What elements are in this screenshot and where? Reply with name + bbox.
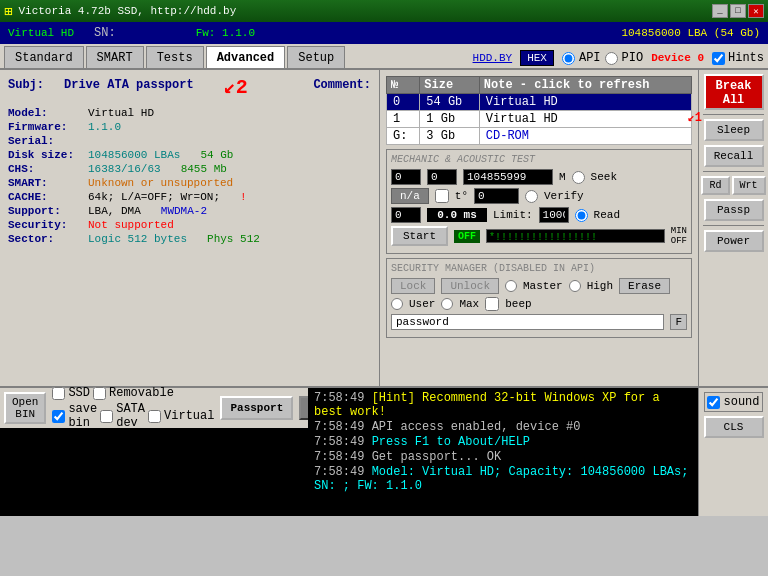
open-bin-button[interactable]: Open BIN bbox=[4, 392, 46, 424]
recall-button[interactable]: Recall bbox=[704, 145, 764, 167]
partition-row-g[interactable]: G: 3 Gb CD-ROM bbox=[387, 128, 692, 145]
cache-flag: ! bbox=[240, 191, 247, 203]
high-label: High bbox=[587, 280, 613, 292]
part-num-1: 1 bbox=[387, 111, 420, 128]
pio-label: PIO bbox=[622, 51, 644, 65]
tab-standard[interactable]: Standard bbox=[4, 46, 84, 68]
fw-label: Fw: 1.1.0 bbox=[196, 27, 255, 39]
support-dma: MWDMA-2 bbox=[161, 205, 207, 217]
start-button[interactable]: Start bbox=[391, 226, 448, 246]
minimize-button[interactable]: _ bbox=[712, 4, 728, 18]
unlock-button[interactable]: Unlock bbox=[441, 278, 499, 294]
passp-button[interactable]: Passp bbox=[704, 199, 764, 221]
app-icon: ⊞ bbox=[4, 3, 12, 20]
part-num-0: 0 bbox=[387, 94, 420, 111]
log-entry-4: 7:58:49 Model: Virtual HD; Capacity: 104… bbox=[314, 465, 692, 493]
f-button[interactable]: F bbox=[670, 314, 687, 330]
max-radio[interactable] bbox=[441, 298, 453, 310]
max-label: Max bbox=[459, 298, 479, 310]
hex-button[interactable]: HEX bbox=[520, 50, 554, 66]
far-right-bottom: sound CLS bbox=[698, 388, 768, 516]
log-entry-1: 7:58:49 API access enabled, device #0 bbox=[314, 420, 692, 434]
model-label: Model: bbox=[8, 107, 88, 119]
sleep-button[interactable]: Sleep bbox=[704, 119, 764, 141]
log-area: 7:58:49 [Hint] Recommend 32-bit Windows … bbox=[308, 388, 698, 516]
mech-end-input[interactable] bbox=[463, 169, 553, 185]
cls-button[interactable]: CLS bbox=[704, 416, 764, 438]
read-radio[interactable] bbox=[575, 209, 588, 222]
mechanic-section: MECHANIC & ACOUSTIC TEST M Seek n/a t° V… bbox=[386, 149, 692, 254]
off-indicator: OFF bbox=[454, 230, 480, 243]
ms-display: 0.0 ms bbox=[427, 208, 487, 222]
sector-value: Logic 512 bytes bbox=[88, 233, 187, 245]
high-radio[interactable] bbox=[569, 280, 581, 292]
subj-label: Subj: bbox=[8, 78, 44, 103]
partition-table: № Size Note - click to refresh 0 54 Gb V… bbox=[386, 76, 692, 145]
time-input[interactable] bbox=[391, 207, 421, 223]
virtual-checkbox[interactable] bbox=[148, 410, 161, 423]
hddby-link[interactable]: HDD.BY bbox=[473, 52, 513, 64]
smart-label: SMART: bbox=[8, 177, 88, 189]
partition-row-1[interactable]: 1 1 Gb Virtual HD bbox=[387, 111, 692, 128]
power-button[interactable]: Power bbox=[704, 230, 764, 252]
master-label: Master bbox=[523, 280, 563, 292]
erase-button[interactable]: Erase bbox=[619, 278, 670, 294]
smart-value: Unknown or unsupported bbox=[88, 177, 233, 189]
device-label: Device 0 bbox=[651, 52, 704, 64]
partition-row-0[interactable]: 0 54 Gb Virtual HD bbox=[387, 94, 692, 111]
part-size-g: 3 Gb bbox=[420, 128, 480, 145]
disksize-label: Disk size: bbox=[8, 149, 88, 161]
close-button[interactable]: ✕ bbox=[748, 4, 764, 18]
mech-mid-input[interactable] bbox=[427, 169, 457, 185]
right-panel: № Size Note - click to refresh 0 54 Gb V… bbox=[380, 70, 698, 386]
limit-input[interactable] bbox=[539, 207, 569, 223]
progress-bar: *!!!!!!!!!!!!!!!!! bbox=[486, 229, 665, 243]
tab-advanced[interactable]: Advanced bbox=[206, 46, 286, 68]
t-checkbox[interactable] bbox=[435, 189, 449, 203]
mech-start-input[interactable] bbox=[391, 169, 421, 185]
log-entry-3: 7:58:49 Get passport... OK bbox=[314, 450, 692, 464]
ssd-checkbox[interactable] bbox=[52, 387, 65, 400]
comment-label: Comment: bbox=[313, 78, 371, 103]
part-size-0: 54 Gb bbox=[420, 94, 480, 111]
master-radio[interactable] bbox=[505, 280, 517, 292]
tab-setup[interactable]: Setup bbox=[287, 46, 345, 68]
passport-button[interactable]: Passport bbox=[220, 396, 293, 420]
beep-checkbox[interactable] bbox=[485, 297, 499, 311]
password-input[interactable] bbox=[391, 314, 664, 330]
serial-label: Serial: bbox=[8, 135, 88, 147]
seek-radio[interactable] bbox=[572, 171, 585, 184]
temp-input[interactable] bbox=[474, 188, 519, 204]
api-radio[interactable] bbox=[562, 52, 575, 65]
seek-label: Seek bbox=[591, 171, 617, 183]
sn-label: SN: bbox=[94, 26, 116, 40]
chs-value: 16383/16/63 bbox=[88, 163, 161, 175]
disksize-gb: 54 Gb bbox=[200, 149, 233, 161]
bottom-controls-row: Open BIN SSD Removable save bin SATA dev… bbox=[0, 388, 308, 428]
wrt-button[interactable]: Wrt bbox=[732, 176, 766, 195]
satadev-checkbox[interactable] bbox=[100, 410, 113, 423]
part-size-1: 1 Gb bbox=[420, 111, 480, 128]
sound-area: sound bbox=[704, 392, 762, 412]
lock-button[interactable]: Lock bbox=[391, 278, 435, 294]
user-radio[interactable] bbox=[391, 298, 403, 310]
tab-smart[interactable]: SMART bbox=[86, 46, 144, 68]
verify-radio[interactable] bbox=[525, 190, 538, 203]
tab-tests[interactable]: Tests bbox=[146, 46, 204, 68]
savebin-checkbox[interactable] bbox=[52, 410, 65, 423]
hints-checkbox[interactable] bbox=[712, 52, 725, 65]
maximize-button[interactable]: □ bbox=[730, 4, 746, 18]
removable-checkbox[interactable] bbox=[93, 387, 106, 400]
chs-label: CHS: bbox=[8, 163, 88, 175]
security-title: SECURITY MANAGER (DISABLED IN API) bbox=[391, 263, 687, 274]
user-label: User bbox=[409, 298, 435, 310]
na-button[interactable]: n/a bbox=[391, 188, 429, 204]
rd-button[interactable]: Rd bbox=[701, 176, 729, 195]
pio-radio[interactable] bbox=[605, 52, 618, 65]
sound-checkbox[interactable] bbox=[707, 396, 720, 409]
log-entry-0: 7:58:49 [Hint] Recommend 32-bit Windows … bbox=[314, 391, 692, 419]
virtual-hd-label: Virtual HD bbox=[8, 27, 74, 39]
break-all-button[interactable]: Break All bbox=[704, 74, 764, 110]
title-text: Victoria 4.72b SSD, http://hdd.by bbox=[18, 5, 236, 17]
mechanic-title: MECHANIC & ACOUSTIC TEST bbox=[391, 154, 687, 165]
